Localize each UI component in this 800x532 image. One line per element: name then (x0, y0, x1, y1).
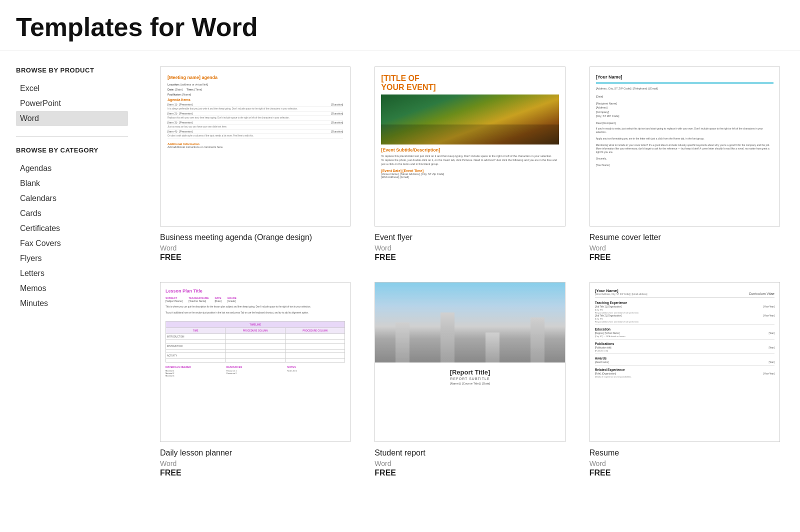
template-price-1: FREE (374, 253, 565, 262)
template-product-5: Word (590, 460, 780, 468)
template-price-3: FREE (160, 468, 350, 478)
product-list: Excel PowerPoint Word (16, 81, 128, 126)
sidebar-item-powerpoint[interactable]: PowerPoint (16, 96, 128, 111)
template-thumbnail-0: [Meeting name] agenda Location: [address… (160, 66, 350, 226)
main-layout: BROWSE BY PRODUCT Excel PowerPoint Word … (0, 50, 800, 494)
template-card-3[interactable]: Lesson Plan Title SUBJECT [Subject Name]… (160, 282, 350, 478)
page-title: Templates for Word (16, 12, 784, 42)
sidebar-item-memos[interactable]: Memos (16, 281, 128, 296)
sidebar-item-word[interactable]: Word (16, 111, 128, 126)
template-product-2: Word (590, 244, 780, 252)
template-thumbnail-2: [Your Name] [Address, City, ST ZIP Code]… (590, 66, 780, 226)
sidebar-item-agendas[interactable]: Agendas (16, 161, 128, 176)
sidebar-item-fax-covers[interactable]: Fax Covers (16, 236, 128, 251)
template-card-0[interactable]: [Meeting name] agenda Location: [address… (160, 66, 350, 262)
sidebar-item-excel[interactable]: Excel (16, 81, 128, 96)
template-price-5: FREE (590, 468, 780, 478)
template-thumbnail-5: [Your Name] [Street Address, City, ST ZI… (590, 282, 780, 442)
sidebar-divider (16, 136, 128, 136)
template-title-3: Daily lesson planner (160, 448, 350, 458)
template-card-5[interactable]: [Your Name] [Street Address, City, ST ZI… (590, 282, 780, 478)
template-thumbnail-4: [Report Title] REPORT SUBTITLE [Name] | … (374, 282, 565, 442)
template-product-3: Word (160, 460, 350, 468)
template-title-1: Event flyer (374, 232, 565, 243)
template-thumbnail-3: Lesson Plan Title SUBJECT [Subject Name]… (160, 282, 350, 442)
template-product-0: Word (160, 244, 350, 252)
category-list: Agendas Blank Calendars Cards Certificat… (16, 161, 128, 311)
templates-grid: [Meeting name] agenda Location: [address… (160, 66, 780, 478)
template-price-4: FREE (374, 468, 565, 478)
sidebar-item-letters[interactable]: Letters (16, 266, 128, 281)
content-area: [Meeting name] agenda Location: [address… (140, 50, 800, 494)
template-product-4: Word (374, 460, 565, 468)
template-title-2: Resume cover letter (590, 232, 780, 243)
browse-by-category-label: BROWSE BY CATEGORY (16, 146, 128, 155)
template-thumbnail-1: [TITLE OFYOUR EVENT] [Event Subtitle/Des… (374, 66, 565, 226)
template-price-0: FREE (160, 253, 350, 262)
template-title-5: Resume (590, 448, 780, 458)
template-product-1: Word (374, 244, 565, 252)
sidebar: BROWSE BY PRODUCT Excel PowerPoint Word … (0, 50, 140, 494)
sidebar-item-flyers[interactable]: Flyers (16, 251, 128, 266)
sidebar-item-certificates[interactable]: Certificates (16, 221, 128, 236)
sidebar-item-minutes[interactable]: Minutes (16, 296, 128, 311)
template-card-4[interactable]: [Report Title] REPORT SUBTITLE [Name] | … (374, 282, 565, 478)
template-price-2: FREE (590, 253, 780, 262)
sidebar-item-calendars[interactable]: Calendars (16, 191, 128, 206)
sidebar-item-cards[interactable]: Cards (16, 206, 128, 221)
template-card-1[interactable]: [TITLE OFYOUR EVENT] [Event Subtitle/Des… (374, 66, 565, 262)
page-header: Templates for Word (0, 0, 800, 50)
template-card-2[interactable]: [Your Name] [Address, City, ST ZIP Code]… (590, 66, 780, 262)
template-title-4: Student report (374, 448, 565, 458)
template-title-0: Business meeting agenda (Orange design) (160, 232, 350, 243)
browse-by-product-label: BROWSE BY PRODUCT (16, 66, 128, 75)
sidebar-item-blank[interactable]: Blank (16, 176, 128, 191)
